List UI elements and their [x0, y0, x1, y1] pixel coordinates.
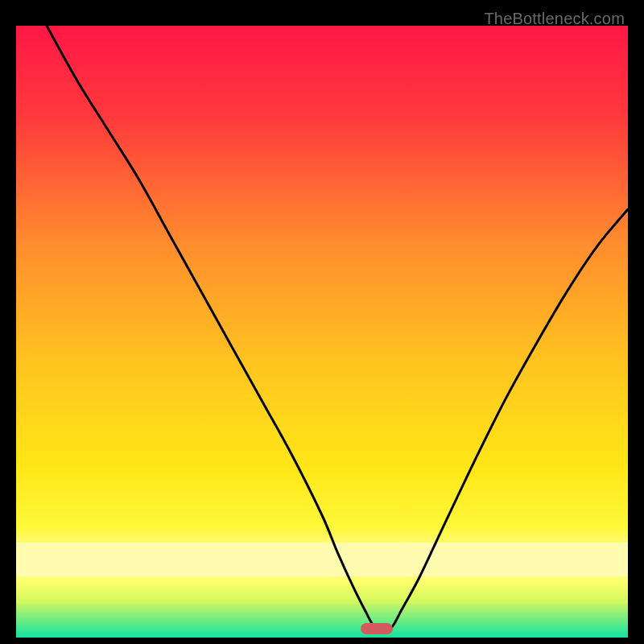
plot-area [16, 26, 628, 638]
bottleneck-curve [16, 26, 628, 638]
chart-frame: TheBottleneck.com [8, 8, 636, 636]
optimal-marker [361, 623, 393, 634]
